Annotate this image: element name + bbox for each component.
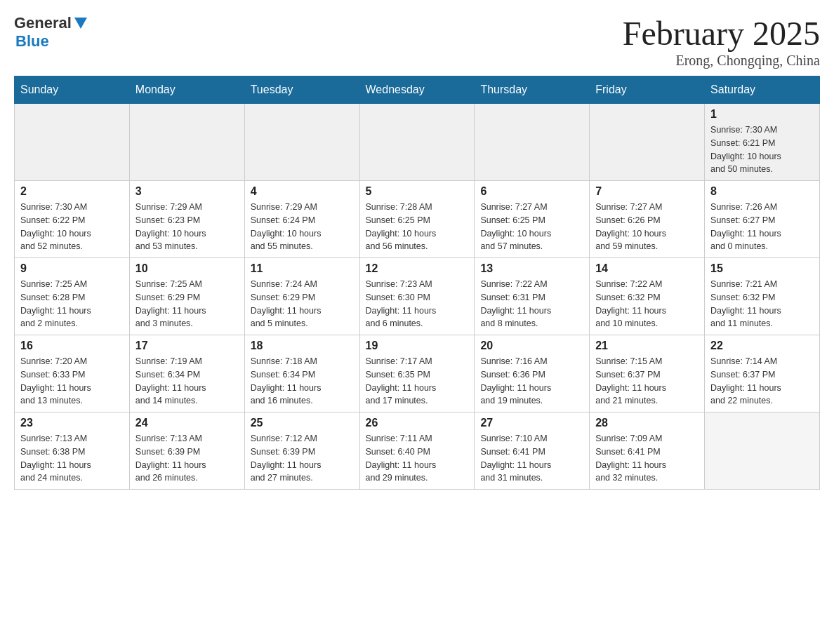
calendar-day: 28Sunrise: 7:09 AM Sunset: 6:41 PM Dayli… — [590, 412, 705, 490]
day-info: Sunrise: 7:28 AM Sunset: 6:25 PM Dayligh… — [366, 201, 469, 253]
day-info: Sunrise: 7:18 AM Sunset: 6:34 PM Dayligh… — [251, 355, 354, 408]
day-number: 16 — [20, 340, 124, 352]
calendar-day — [705, 412, 820, 490]
day-header-monday: Monday — [129, 76, 244, 104]
calendar-day: 3Sunrise: 7:29 AM Sunset: 6:23 PM Daylig… — [129, 181, 244, 258]
day-number: 13 — [480, 262, 583, 275]
calendar-day: 1Sunrise: 7:30 AM Sunset: 6:21 PM Daylig… — [705, 104, 820, 181]
calendar-day: 6Sunrise: 7:27 AM Sunset: 6:25 PM Daylig… — [475, 181, 590, 258]
day-info: Sunrise: 7:13 AM Sunset: 6:38 PM Dayligh… — [20, 432, 124, 485]
calendar-day: 27Sunrise: 7:10 AM Sunset: 6:41 PM Dayli… — [475, 412, 590, 490]
day-number: 8 — [710, 185, 814, 198]
day-number: 22 — [710, 340, 814, 352]
calendar-week-5: 23Sunrise: 7:13 AM Sunset: 6:38 PM Dayli… — [15, 412, 820, 490]
calendar-header-row: SundayMondayTuesdayWednesdayThursdayFrid… — [15, 76, 820, 104]
day-header-friday: Friday — [590, 76, 705, 104]
day-info: Sunrise: 7:30 AM Sunset: 6:21 PM Dayligh… — [710, 123, 814, 176]
day-header-thursday: Thursday — [475, 76, 590, 104]
calendar-day: 12Sunrise: 7:23 AM Sunset: 6:30 PM Dayli… — [359, 258, 475, 335]
calendar-day: 20Sunrise: 7:16 AM Sunset: 6:36 PM Dayli… — [475, 335, 590, 412]
day-number: 23 — [20, 417, 124, 429]
calendar-day: 11Sunrise: 7:24 AM Sunset: 6:29 PM Dayli… — [244, 258, 359, 335]
calendar-day: 8Sunrise: 7:26 AM Sunset: 6:27 PM Daylig… — [705, 181, 820, 258]
calendar-day: 2Sunrise: 7:30 AM Sunset: 6:22 PM Daylig… — [15, 181, 130, 258]
calendar-day — [590, 104, 705, 181]
day-info: Sunrise: 7:13 AM Sunset: 6:39 PM Dayligh… — [135, 432, 239, 485]
day-number: 14 — [595, 262, 699, 275]
day-info: Sunrise: 7:25 AM Sunset: 6:28 PM Dayligh… — [20, 278, 124, 330]
calendar-day — [129, 104, 244, 181]
calendar-day: 21Sunrise: 7:15 AM Sunset: 6:37 PM Dayli… — [590, 335, 705, 412]
logo: General Blue — [14, 14, 88, 51]
day-number: 11 — [251, 262, 354, 275]
day-info: Sunrise: 7:21 AM Sunset: 6:32 PM Dayligh… — [710, 278, 814, 330]
calendar-week-3: 9Sunrise: 7:25 AM Sunset: 6:28 PM Daylig… — [15, 258, 820, 335]
day-info: Sunrise: 7:15 AM Sunset: 6:37 PM Dayligh… — [595, 355, 699, 408]
calendar-day: 15Sunrise: 7:21 AM Sunset: 6:32 PM Dayli… — [705, 258, 820, 335]
day-info: Sunrise: 7:14 AM Sunset: 6:37 PM Dayligh… — [710, 355, 814, 408]
calendar-day: 26Sunrise: 7:11 AM Sunset: 6:40 PM Dayli… — [359, 412, 475, 490]
calendar-day: 25Sunrise: 7:12 AM Sunset: 6:39 PM Dayli… — [244, 412, 359, 490]
calendar-day — [15, 104, 130, 181]
day-info: Sunrise: 7:12 AM Sunset: 6:39 PM Dayligh… — [251, 432, 354, 485]
calendar-day: 14Sunrise: 7:22 AM Sunset: 6:32 PM Dayli… — [590, 258, 705, 335]
day-number: 2 — [20, 185, 124, 198]
calendar-week-4: 16Sunrise: 7:20 AM Sunset: 6:33 PM Dayli… — [15, 335, 820, 412]
calendar-day: 13Sunrise: 7:22 AM Sunset: 6:31 PM Dayli… — [475, 258, 590, 335]
day-number: 4 — [251, 185, 354, 198]
day-header-tuesday: Tuesday — [244, 76, 359, 104]
day-number: 27 — [480, 417, 583, 429]
day-info: Sunrise: 7:29 AM Sunset: 6:24 PM Dayligh… — [251, 201, 354, 253]
calendar-day: 7Sunrise: 7:27 AM Sunset: 6:26 PM Daylig… — [590, 181, 705, 258]
day-number: 1 — [710, 108, 814, 121]
day-number: 28 — [595, 417, 699, 429]
day-number: 25 — [251, 417, 354, 429]
calendar-week-1: 1Sunrise: 7:30 AM Sunset: 6:21 PM Daylig… — [15, 104, 820, 181]
day-info: Sunrise: 7:11 AM Sunset: 6:40 PM Dayligh… — [366, 432, 469, 485]
day-info: Sunrise: 7:27 AM Sunset: 6:25 PM Dayligh… — [480, 201, 583, 253]
day-info: Sunrise: 7:23 AM Sunset: 6:30 PM Dayligh… — [366, 278, 469, 330]
location-text: Erong, Chongqing, China — [623, 53, 820, 69]
calendar-day: 18Sunrise: 7:18 AM Sunset: 6:34 PM Dayli… — [244, 335, 359, 412]
calendar-day: 16Sunrise: 7:20 AM Sunset: 6:33 PM Dayli… — [15, 335, 130, 412]
logo-icon — [73, 15, 88, 30]
calendar-day: 24Sunrise: 7:13 AM Sunset: 6:39 PM Dayli… — [129, 412, 244, 490]
day-info: Sunrise: 7:29 AM Sunset: 6:23 PM Dayligh… — [135, 201, 239, 253]
logo-general-text: General — [14, 14, 72, 32]
day-info: Sunrise: 7:24 AM Sunset: 6:29 PM Dayligh… — [251, 278, 354, 330]
day-info: Sunrise: 7:09 AM Sunset: 6:41 PM Dayligh… — [595, 432, 699, 485]
calendar-day: 17Sunrise: 7:19 AM Sunset: 6:34 PM Dayli… — [129, 335, 244, 412]
day-number: 21 — [595, 340, 699, 352]
logo-blue-text: Blue — [15, 32, 49, 50]
calendar-week-2: 2Sunrise: 7:30 AM Sunset: 6:22 PM Daylig… — [15, 181, 820, 258]
day-number: 3 — [135, 185, 239, 198]
day-info: Sunrise: 7:27 AM Sunset: 6:26 PM Dayligh… — [595, 201, 699, 253]
day-info: Sunrise: 7:22 AM Sunset: 6:31 PM Dayligh… — [480, 278, 583, 330]
calendar-day — [475, 104, 590, 181]
day-number: 12 — [366, 262, 469, 275]
calendar-day: 5Sunrise: 7:28 AM Sunset: 6:25 PM Daylig… — [359, 181, 475, 258]
day-number: 18 — [251, 340, 354, 352]
day-info: Sunrise: 7:10 AM Sunset: 6:41 PM Dayligh… — [480, 432, 583, 485]
svg-marker-0 — [74, 18, 87, 29]
day-info: Sunrise: 7:20 AM Sunset: 6:33 PM Dayligh… — [20, 355, 124, 408]
day-number: 20 — [480, 340, 583, 352]
day-number: 7 — [595, 185, 699, 198]
day-info: Sunrise: 7:30 AM Sunset: 6:22 PM Dayligh… — [20, 201, 124, 253]
day-info: Sunrise: 7:22 AM Sunset: 6:32 PM Dayligh… — [595, 278, 699, 330]
calendar-day — [359, 104, 475, 181]
day-number: 15 — [710, 262, 814, 275]
day-header-saturday: Saturday — [705, 76, 820, 104]
calendar-day: 9Sunrise: 7:25 AM Sunset: 6:28 PM Daylig… — [15, 258, 130, 335]
day-header-sunday: Sunday — [15, 76, 130, 104]
day-info: Sunrise: 7:26 AM Sunset: 6:27 PM Dayligh… — [710, 201, 814, 253]
calendar-table: SundayMondayTuesdayWednesdayThursdayFrid… — [14, 76, 820, 490]
day-number: 24 — [135, 417, 239, 429]
calendar-day: 23Sunrise: 7:13 AM Sunset: 6:38 PM Dayli… — [15, 412, 130, 490]
day-number: 9 — [20, 262, 124, 275]
calendar-day: 22Sunrise: 7:14 AM Sunset: 6:37 PM Dayli… — [705, 335, 820, 412]
calendar-day: 4Sunrise: 7:29 AM Sunset: 6:24 PM Daylig… — [244, 181, 359, 258]
day-info: Sunrise: 7:17 AM Sunset: 6:35 PM Dayligh… — [366, 355, 469, 408]
month-title: February 2025 — [623, 14, 820, 53]
title-section: February 2025 Erong, Chongqing, China — [623, 14, 820, 69]
